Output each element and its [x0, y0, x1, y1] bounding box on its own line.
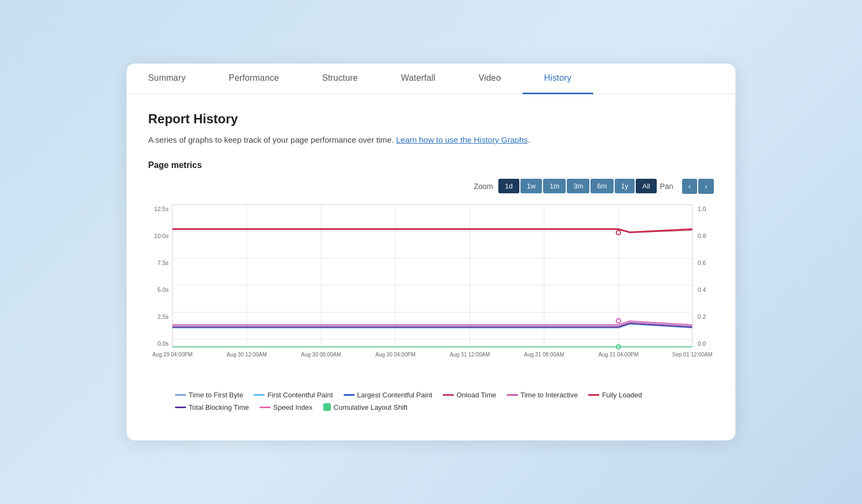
- svg-text:12.5s: 12.5s: [154, 206, 169, 212]
- svg-text:0.0: 0.0: [698, 340, 706, 347]
- zoom-buttons: 1d 1w 1m 3m 6m 1y All: [498, 179, 656, 193]
- svg-text:1.0: 1.0: [698, 206, 706, 212]
- tab-summary[interactable]: Summary: [127, 64, 207, 94]
- chart-legend: Time to First Byte First Contentful Pain…: [148, 391, 714, 411]
- legend-label-fully-loaded: Fully Loaded: [602, 391, 642, 399]
- zoom-1m[interactable]: 1m: [543, 179, 566, 193]
- svg-text:0.6: 0.6: [698, 260, 706, 266]
- zoom-all[interactable]: All: [636, 179, 656, 193]
- legend-largest-contentful-paint: Largest Contentful Paint: [344, 391, 432, 399]
- svg-text:7.5s: 7.5s: [157, 260, 169, 266]
- zoom-6m[interactable]: 6m: [590, 179, 613, 193]
- zoom-1y[interactable]: 1y: [615, 179, 635, 193]
- svg-text:0.0s: 0.0s: [157, 340, 169, 347]
- chart-controls: Zoom 1d 1w 1m 3m 6m 1y All Pan ‹ ›: [148, 179, 714, 194]
- content-area: Report History A series of graphs to kee…: [127, 94, 735, 431]
- legend-first-contentful-paint: First Contentful Paint: [254, 391, 332, 399]
- pan-left-button[interactable]: ‹: [682, 179, 698, 194]
- pan-buttons: ‹ ›: [682, 179, 714, 194]
- pan-right-button[interactable]: ›: [698, 179, 714, 194]
- legend-time-to-interactive: Time to Interactive: [507, 391, 578, 399]
- tab-waterfall[interactable]: Waterfall: [379, 64, 457, 94]
- description-text: A series of graphs to keep track of your…: [148, 135, 394, 144]
- svg-text:10.0s: 10.0s: [154, 233, 169, 239]
- description-suffix: .: [528, 135, 530, 144]
- svg-text:Aug 31 08:00AM: Aug 31 08:00AM: [524, 352, 565, 358]
- zoom-1w[interactable]: 1w: [520, 179, 543, 193]
- svg-text:2.5s: 2.5s: [157, 313, 169, 320]
- chart-wrapper: 12.5s 10.0s 7.5s 5.0s 2.5s 0.0s 1.0 0.8 …: [148, 199, 714, 384]
- svg-text:Sep 01 12:00AM: Sep 01 12:00AM: [672, 352, 713, 358]
- legend-label-onload: Onload Time: [456, 391, 496, 399]
- svg-text:Aug 30 04:00PM: Aug 30 04:00PM: [376, 352, 416, 358]
- legend-onload-time: Onload Time: [443, 391, 496, 399]
- zoom-3m[interactable]: 3m: [567, 179, 589, 193]
- legend-label-lcp: Largest Contentful Paint: [357, 391, 432, 399]
- legend-label-time-to-first-byte: Time to First Byte: [189, 391, 243, 399]
- legend-cls: Cumulative Layout Shift: [323, 403, 407, 411]
- tab-performance[interactable]: Performance: [207, 64, 301, 94]
- svg-text:0.2: 0.2: [698, 313, 706, 320]
- tab-video[interactable]: Video: [457, 64, 522, 94]
- svg-text:Aug 31 04:00PM: Aug 31 04:00PM: [599, 352, 639, 358]
- svg-text:Aug 30 08:00AM: Aug 30 08:00AM: [301, 352, 342, 358]
- svg-text:5.0s: 5.0s: [157, 286, 169, 293]
- description: A series of graphs to keep track of your…: [148, 134, 714, 146]
- tab-structure[interactable]: Structure: [301, 64, 379, 94]
- main-card: Summary Performance Structure Waterfall …: [127, 64, 735, 440]
- legend-label-cls: Cumulative Layout Shift: [333, 403, 407, 411]
- legend-label-fcp: First Contentful Paint: [267, 391, 332, 399]
- svg-text:Aug 30 12:00AM: Aug 30 12:00AM: [227, 352, 267, 358]
- svg-text:Aug 29 04:00PM: Aug 29 04:00PM: [152, 352, 193, 358]
- tab-bar: Summary Performance Structure Waterfall …: [127, 64, 735, 94]
- learn-more-link[interactable]: Learn how to use the History Graphs: [396, 135, 527, 144]
- svg-text:Aug 31 12:00AM: Aug 31 12:00AM: [450, 352, 490, 358]
- pan-label: Pan: [660, 182, 673, 191]
- section-title: Page metrics: [148, 160, 714, 170]
- zoom-label: Zoom: [474, 182, 493, 191]
- legend-total-blocking-time: Total Blocking Time: [175, 403, 249, 411]
- legend-time-to-first-byte: Time to First Byte: [175, 391, 243, 399]
- legend-label-tti: Time to Interactive: [520, 391, 578, 399]
- zoom-1d[interactable]: 1d: [498, 179, 519, 193]
- legend-speed-index: Speed Index: [260, 403, 312, 411]
- page-title: Report History: [148, 111, 714, 127]
- legend-label-tbt: Total Blocking Time: [189, 403, 249, 411]
- history-chart: 12.5s 10.0s 7.5s 5.0s 2.5s 0.0s 1.0 0.8 …: [148, 199, 714, 382]
- legend-fully-loaded: Fully Loaded: [588, 391, 642, 399]
- svg-text:0.8: 0.8: [698, 233, 706, 239]
- tab-history[interactable]: History: [523, 64, 593, 94]
- legend-label-speed-index: Speed Index: [273, 403, 312, 411]
- svg-text:0.4: 0.4: [698, 286, 706, 293]
